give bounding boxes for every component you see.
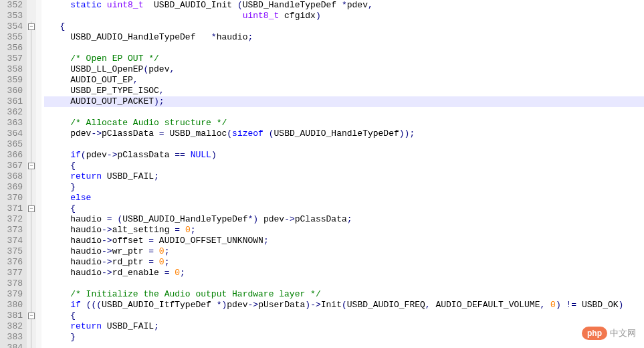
line-number: 375 [3, 246, 23, 257]
code-line[interactable]: USBD_AUDIO_HandleTypeDef *haudio; [44, 32, 644, 43]
code-line[interactable]: uint8_t cfgidx) [44, 11, 644, 21]
code-editor[interactable]: 3523533543553563573583593603613623633643… [0, 0, 644, 348]
line-number: 366 [3, 150, 23, 161]
line-number: 359 [3, 75, 23, 86]
line-number: 356 [3, 43, 23, 54]
code-line[interactable]: haudio->wr_ptr = 0; [44, 246, 644, 257]
code-line[interactable]: if(pdev->pClassData == NULL) [44, 150, 644, 161]
watermark: php 中文网 [582, 327, 636, 340]
code-line[interactable]: /* Open EP OUT */ [44, 54, 644, 64]
code-line[interactable]: haudio->rd_ptr = 0; [44, 257, 644, 268]
line-number: 384 [3, 343, 23, 348]
fold-toggle-icon[interactable]: − [28, 205, 35, 212]
code-line[interactable]: haudio->rd_enable = 0; [44, 268, 644, 278]
code-line[interactable]: } [44, 332, 644, 343]
line-number: 353 [3, 11, 23, 21]
code-line[interactable]: { [44, 203, 644, 214]
code-line[interactable]: haudio->alt_setting = 0; [44, 225, 644, 236]
code-line[interactable]: pdev->pClassData = USBD_malloc(sizeof (U… [44, 128, 644, 139]
code-line[interactable]: USBD_EP_TYPE_ISOC, [44, 86, 644, 96]
line-number: 365 [3, 139, 23, 150]
line-number: 379 [3, 289, 23, 300]
line-number: 369 [3, 182, 23, 193]
watermark-badge: php [582, 327, 607, 340]
line-number: 372 [3, 214, 23, 225]
line-number: 357 [3, 54, 23, 64]
code-line[interactable]: USBD_LL_OpenEP(pdev, [44, 64, 644, 75]
code-line[interactable] [44, 278, 644, 289]
code-line[interactable]: if (((USBD_AUDIO_ItfTypeDef *)pdev->pUse… [44, 300, 644, 311]
line-number: 378 [3, 278, 23, 289]
line-number: 361 [3, 96, 23, 107]
code-line[interactable]: AUDIO_OUT_PACKET); [44, 96, 644, 107]
line-number: 367 [3, 161, 23, 171]
code-line[interactable]: haudio = (USBD_AUDIO_HandleTypeDef*) pde… [44, 214, 644, 225]
line-number: 368 [3, 171, 23, 182]
fold-column[interactable]: −−−− [27, 0, 36, 348]
line-number: 376 [3, 257, 23, 268]
code-line[interactable] [44, 139, 644, 150]
line-number: 383 [3, 332, 23, 343]
code-line[interactable]: { [44, 21, 644, 32]
code-line[interactable]: /* Allocate Audio structure */ [44, 118, 644, 128]
line-number: 354 [3, 21, 23, 32]
code-line[interactable]: { [44, 311, 644, 321]
line-number: 371 [3, 203, 23, 214]
line-number: 352 [3, 0, 23, 11]
line-number: 370 [3, 193, 23, 203]
code-line[interactable]: } [44, 182, 644, 193]
code-line[interactable]: static uint8_t USBD_AUDIO_Init (USBD_Han… [44, 0, 644, 11]
code-line[interactable] [44, 43, 644, 54]
code-area[interactable]: static uint8_t USBD_AUDIO_Init (USBD_Han… [41, 0, 644, 348]
code-line[interactable]: AUDIO_OUT_EP, [44, 75, 644, 86]
code-line[interactable]: haudio->offset = AUDIO_OFFSET_UNKNOWN; [44, 236, 644, 246]
fold-toggle-icon[interactable]: − [28, 23, 35, 30]
line-number: 374 [3, 236, 23, 246]
code-line[interactable]: else [44, 193, 644, 203]
line-number: 377 [3, 268, 23, 278]
line-number: 355 [3, 32, 23, 43]
line-number: 364 [3, 128, 23, 139]
code-line[interactable]: return USBD_FAIL; [44, 171, 644, 182]
code-line[interactable] [44, 343, 644, 348]
line-number: 362 [3, 107, 23, 118]
line-number: 380 [3, 300, 23, 311]
line-number: 381 [3, 311, 23, 321]
fold-toggle-icon[interactable]: − [28, 313, 35, 319]
code-line[interactable]: /* Initialize the Audio output Hardware … [44, 289, 644, 300]
line-number: 358 [3, 64, 23, 75]
code-line[interactable] [44, 107, 644, 118]
code-line[interactable]: { [44, 161, 644, 171]
line-number: 363 [3, 118, 23, 128]
margin-column [36, 0, 41, 348]
line-number: 382 [3, 321, 23, 332]
fold-toggle-icon[interactable]: − [28, 163, 35, 169]
watermark-text: 中文网 [610, 327, 636, 339]
line-number-gutter: 3523533543553563573583593603613623633643… [0, 0, 27, 348]
line-number: 360 [3, 86, 23, 96]
code-line[interactable]: return USBD_FAIL; [44, 321, 644, 332]
line-number: 373 [3, 225, 23, 236]
